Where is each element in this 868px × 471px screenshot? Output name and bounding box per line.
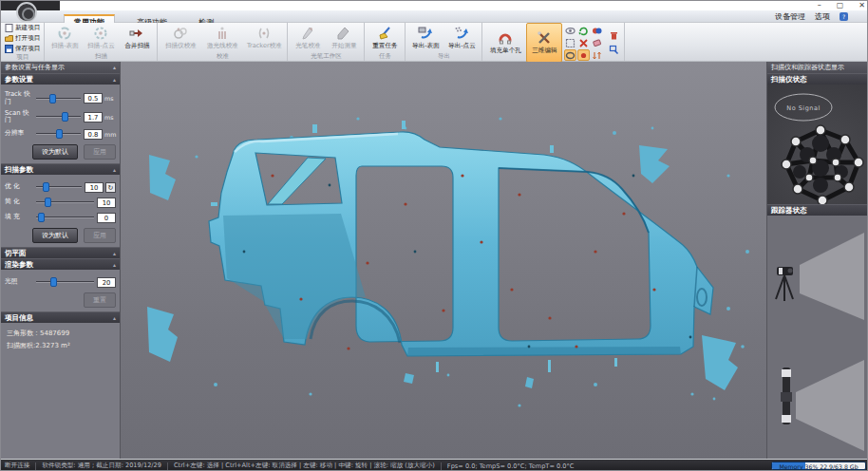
lighting-slider[interactable] [36,276,94,288]
scanner-tracker-panel: 扫描仪和跟踪器状态显示 扫描仪状态 No Signal [766,62,868,459]
sort-order-icon[interactable] [591,49,603,61]
delete-all-icon[interactable] [608,29,620,42]
section-header-scanner-status[interactable]: 扫描仪状态 [767,73,868,85]
menu-options[interactable]: 选项 [815,11,830,22]
lighting-value[interactable]: 20 [97,277,116,288]
resolution-value[interactable]: 0.8 [84,129,103,140]
show-hide-icon[interactable] [564,25,576,36]
ribbon-group-edit: 填充单个孔 三维编辑 [482,23,625,61]
new-project-button[interactable]: 新建项目 [3,23,42,32]
fill-value[interactable]: 0 [97,213,116,223]
reset-button[interactable]: 重置 [84,292,116,308]
maximize-button[interactable]: ▢ [837,1,844,10]
resolution-slider[interactable] [36,128,81,140]
section-header-parameters[interactable]: 参数设置 ▴ [1,73,120,85]
simplify-row: 简 化 10 [5,197,116,208]
section-header-render-params[interactable]: 渲染参数 ▴ [1,258,120,270]
ribbon-group-project: 新建项目 打开项目 保存项目 项目 [1,23,45,61]
scan-pointcloud-button[interactable]: 扫描-点云 [83,23,119,52]
memory-indicator: Memory 36% 22.9/63.8 Gb [771,462,866,470]
right-panel-title: 扫描仪和跟踪器状态显示 [767,62,868,73]
tracker-1-fov [776,233,864,320]
fill-single-hole-button[interactable]: 填充单个孔 [484,23,526,63]
refresh-optimize-button[interactable]: ↻ [105,182,116,193]
open-project-button[interactable]: 打开项目 [3,33,42,43]
set-default-button[interactable]: 设为默认 [32,228,78,243]
collapse-icon: ▴ [113,248,116,258]
mouse-hints: Ctrl+左键: 选择 | Ctrl+Alt+左键: 取消选择 | 左键: 移动… [174,462,435,470]
start-measure-button[interactable]: 开始测量 [326,23,362,52]
memory-text: Memory 36% 22.9/63.8 Gb [772,462,865,470]
titlebar: – ▢ ✕ [1,1,868,10]
scan-shutter-value[interactable]: 1.7 [84,112,103,122]
optimize-value[interactable]: 10 [85,182,104,193]
simplify-slider[interactable] [36,197,94,208]
crossed-tools-icon [537,30,552,46]
section-header-scan-params[interactable]: 扫描参数 ▴ [1,163,120,175]
delete-selection-icon[interactable] [577,37,590,48]
3d-edit-button[interactable]: 三维编辑 [526,23,562,63]
new-document-icon [5,24,13,32]
scanner-calibration-button[interactable]: 扫描仪校准 [160,23,201,52]
rect-select-icon[interactable] [564,37,576,48]
section-project-info: 三角形数：5487699 扫描面积:2.3273 m² [1,323,120,459]
apply-button[interactable]: 应用 [84,144,116,160]
app-logo-icon[interactable] [16,2,37,23]
export-pointcloud-button[interactable]: 导出-点云 [443,23,480,52]
menu-device-management[interactable]: 设备管理 [775,11,805,22]
section-header-tracker-status[interactable]: 跟踪器状态 [767,204,868,216]
save-project-button[interactable]: 保存项目 [3,44,42,53]
fill-slider[interactable] [36,212,94,223]
collapse-icon: ▴ [113,164,116,175]
ribbon-group-stylus: 光笔校准 开始测量 光笔工作区 [288,23,365,61]
minimize-button[interactable]: – [818,1,821,10]
refresh-selection-icon[interactable] [577,25,590,36]
scan-pointcloud-icon [93,26,108,41]
export-pointcloud-icon [454,26,469,41]
tracker-calibration-button[interactable]: Tracker校准 [243,23,285,52]
resolution-row: 分辨率 0.8 mm [5,128,116,140]
set-default-button[interactable]: 设为默认 [32,144,78,160]
optimize-slider[interactable] [36,181,82,193]
viewport-3d[interactable] [121,62,766,459]
ribbon-group-scan: 扫描-表面 扫描-点云 合并扫描 扫描 [45,23,158,61]
merge-scan-button[interactable]: 合并扫描 [119,23,155,52]
stylus-calibration-button[interactable]: 光笔校准 [290,23,326,52]
collapse-icon[interactable]: ▴ [113,62,116,73]
scan-shutter-slider[interactable] [36,111,81,122]
tracker-2-device-icon [781,367,792,424]
tracker-status-display [767,216,868,459]
section-parameters: Track 快门 0.5 ms Scan 快门 1.7 ms 分辨率 0.8 m… [1,85,120,163]
collapse-icon: ▴ [113,74,116,85]
statusbar: 断开连接 软件锁类型: 通用 ; 截止日期: 2019/12/29 Ctrl+左… [1,460,868,471]
fps-temp-stats: Fps= 0.0; TempS= 0.0°C; TempT= 0.0°C [447,462,575,470]
overlap-circles-icon[interactable] [591,25,603,36]
left-panel-title: 参数设置与任务显示 ▴ [1,62,120,73]
save-disk-icon [5,45,13,53]
section-scan-params: 优 化 10 ↻ 简 化 10 填 充 0 设为默认 应用 [1,175,120,247]
track-shutter-slider[interactable] [36,93,81,104]
scan-surface-icon [57,26,72,41]
eraser-icon[interactable] [591,37,603,48]
export-surface-icon [418,26,433,41]
apply-button[interactable]: 应用 [84,228,116,243]
simplify-value[interactable]: 10 [97,198,116,208]
magnify-table-icon[interactable] [608,44,620,56]
no-signal-label: No Signal [786,104,820,112]
measure-pen-icon [336,26,351,41]
scan-surface-button[interactable]: 扫描-表面 [47,23,83,52]
application-window: – ▢ ✕ 常用功能 高级功能 检测 设备管理 选项 ? 新建项目 [0,0,868,471]
section-header-clip-plane[interactable]: 切平面 ▴ [1,247,120,258]
export-surface-button[interactable]: 导出-表面 [407,23,443,52]
brush-select-icon[interactable] [577,49,590,61]
close-button[interactable]: ✕ [859,1,865,10]
laser-calibration-button[interactable]: 激光线校准 [201,23,243,52]
track-shutter-value[interactable]: 0.5 [84,93,103,104]
reset-task-button[interactable]: 重置任务 [367,23,403,52]
scanner-status-display: No Signal [767,85,868,204]
lasso-select-icon[interactable] [564,49,576,61]
scan-shutter-row: Scan 快门 1.7 ms [5,110,116,125]
license-info: 软件锁类型: 通用 ; 截止日期: 2019/12/29 [42,462,161,470]
section-header-project-info[interactable]: 项目信息 ▴ [1,311,120,323]
style-badge-icon[interactable]: ? [840,12,848,21]
